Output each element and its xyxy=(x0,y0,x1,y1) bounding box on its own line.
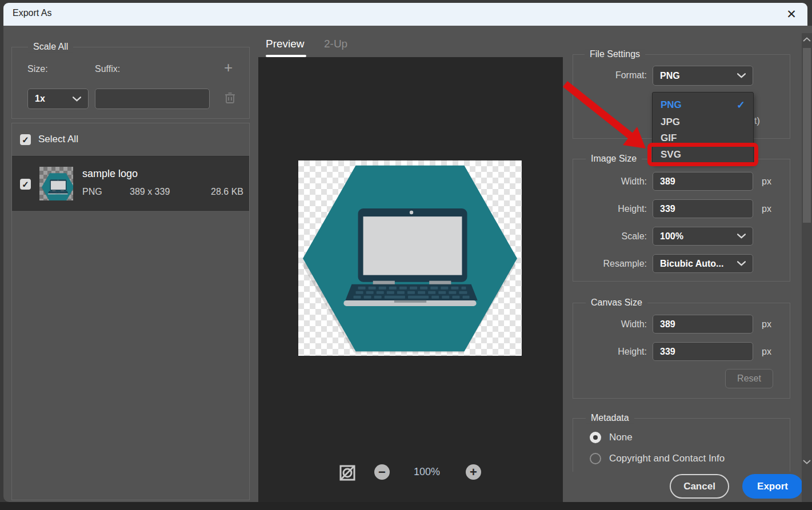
zoom-in-button[interactable]: + xyxy=(466,464,481,480)
cancel-button[interactable]: Cancel xyxy=(670,474,729,499)
radio-none[interactable] xyxy=(590,432,601,443)
hexagon-laptop-logo xyxy=(39,167,73,200)
image-height-input[interactable] xyxy=(653,199,753,218)
canvas-width-label: Width: xyxy=(578,319,647,330)
export-as-dialog-screen: Export As ✕ Scale All Size: Suffix: 1x + xyxy=(0,0,812,510)
resample-label: Resample: xyxy=(578,259,647,269)
transparency-toggle-icon[interactable] xyxy=(339,465,355,481)
dialog-titlebar: Export As ✕ xyxy=(3,3,807,26)
canvas-width-input[interactable] xyxy=(653,315,753,334)
radio-copyright[interactable] xyxy=(590,453,601,464)
suffix-label: Suffix: xyxy=(95,64,120,74)
item-filesize: 28.6 KB xyxy=(211,187,243,197)
chevron-down-icon xyxy=(73,97,81,102)
scale-select-value: 100% xyxy=(660,231,683,242)
resample-select[interactable]: Bicubic Auto... xyxy=(653,254,753,273)
export-file-list: ✓ Select All ✓ sample logo PNG 389 x 339… xyxy=(11,123,250,500)
background-strip xyxy=(0,502,812,510)
select-all-label: Select All xyxy=(38,134,78,145)
item-format: PNG xyxy=(82,187,102,197)
checkmark-icon: ✓ xyxy=(22,135,29,145)
radio-none-label: None xyxy=(609,432,633,443)
resample-select-value: Bicubic Auto... xyxy=(660,259,723,269)
scrollbar-down-icon[interactable] xyxy=(803,459,811,465)
image-width-label: Width: xyxy=(578,176,647,187)
image-width-input[interactable] xyxy=(653,172,753,191)
close-icon[interactable]: ✕ xyxy=(783,6,799,22)
zoom-out-button[interactable]: − xyxy=(374,464,390,480)
checkmark-icon: ✓ xyxy=(22,179,29,190)
image-height-label: Height: xyxy=(578,204,647,214)
scale-all-legend: Scale All xyxy=(28,42,73,52)
menu-item-gif[interactable]: GIF xyxy=(653,130,753,147)
dialog-title: Export As xyxy=(13,8,51,18)
chevron-down-icon xyxy=(737,73,746,78)
canvas-height-label: Height: xyxy=(578,347,647,357)
radio-copyright-label: Copyright and Contact Info xyxy=(609,453,725,464)
zoom-level-value[interactable]: 100% xyxy=(414,466,440,478)
scrollbar-track[interactable] xyxy=(802,33,812,502)
canvas-height-unit: px xyxy=(762,347,771,357)
file-list-item[interactable]: ✓ sample logo PNG 389 x 339 28.6 KB xyxy=(12,156,249,211)
minus-icon: − xyxy=(378,466,386,479)
canvas-width-unit: px xyxy=(762,319,771,330)
check-icon: ✓ xyxy=(737,99,745,111)
plus-icon: + xyxy=(470,466,477,479)
obscured-text-fragment: t) xyxy=(754,116,760,126)
reset-button[interactable]: Reset xyxy=(725,369,773,388)
chevron-down-icon xyxy=(737,234,746,239)
file-settings-legend: File Settings xyxy=(585,49,645,59)
format-select[interactable]: PNG xyxy=(653,66,753,86)
item-checkbox[interactable]: ✓ xyxy=(20,179,31,190)
canvas-height-input[interactable] xyxy=(653,342,753,361)
menu-item-label: PNG xyxy=(661,99,682,111)
menu-item-label: JPG xyxy=(661,117,680,128)
select-all-checkbox[interactable]: ✓ xyxy=(20,134,31,145)
item-thumbnail xyxy=(39,167,73,200)
format-label: Format: xyxy=(578,70,647,81)
size-label: Size: xyxy=(27,64,48,74)
image-width-unit: px xyxy=(762,176,771,187)
tab-2up[interactable]: 2-Up xyxy=(324,38,347,50)
preview-image xyxy=(298,160,522,356)
scrollbar-up-icon[interactable] xyxy=(803,37,811,42)
image-height-unit: px xyxy=(762,204,771,214)
item-name: sample logo xyxy=(82,168,138,180)
menu-item-png[interactable]: PNG ✓ xyxy=(653,97,753,114)
menu-item-svg[interactable]: SVG xyxy=(653,146,753,163)
suffix-input[interactable] xyxy=(95,89,210,109)
preview-pane: − 100% + xyxy=(258,57,563,510)
chevron-down-icon xyxy=(737,261,746,266)
image-size-legend: Image Size xyxy=(586,154,642,164)
trash-icon[interactable] xyxy=(225,92,235,104)
size-select[interactable]: 1x xyxy=(27,89,89,109)
scale-label: Scale: xyxy=(578,231,647,242)
format-dropdown-menu: PNG ✓ JPG GIF SVG xyxy=(652,92,754,164)
metadata-legend: Metadata xyxy=(586,413,634,423)
tab-preview[interactable]: Preview xyxy=(266,38,305,50)
scale-select[interactable]: 100% xyxy=(653,227,753,246)
scrollbar-thumb[interactable] xyxy=(803,48,811,223)
menu-item-jpg[interactable]: JPG xyxy=(653,114,753,131)
size-select-value: 1x xyxy=(35,94,45,104)
format-select-value: PNG xyxy=(660,71,680,81)
add-scale-icon[interactable]: + xyxy=(224,59,233,77)
hexagon-laptop-logo xyxy=(298,160,522,356)
menu-item-label: GIF xyxy=(661,132,677,144)
export-button[interactable]: Export xyxy=(742,474,803,499)
canvas-size-legend: Canvas Size xyxy=(586,298,647,308)
menu-item-label: SVG xyxy=(661,149,681,160)
item-dimensions: 389 x 339 xyxy=(130,187,170,197)
